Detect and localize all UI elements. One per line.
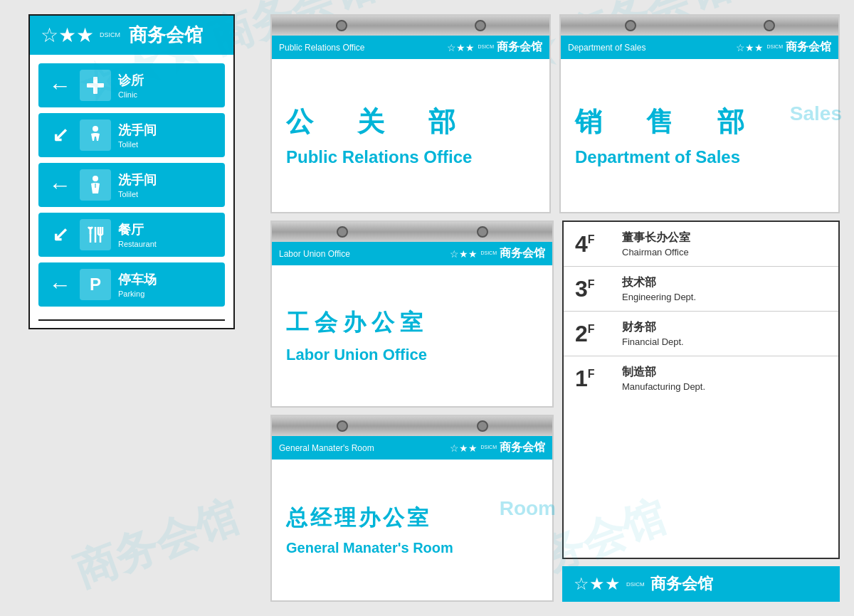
- floor-num-2f: 2F: [575, 321, 611, 347]
- arrow-left-icon: ←: [47, 74, 73, 97]
- arrow-diag-left-icon: ↙: [47, 125, 73, 145]
- dir-items-list: ← 诊所 Clinic ↙: [30, 55, 233, 315]
- toilet-male-en: Tolilet: [118, 140, 157, 149]
- gm-hotel-name: 商务会馆: [500, 440, 545, 455]
- labor-stars: ☆★★: [450, 248, 478, 260]
- floor-cn-1f: 制造部: [622, 365, 705, 380]
- pr-strip-label: Public Relations Office: [279, 43, 443, 53]
- clinic-cn: 诊所: [118, 72, 144, 89]
- pr-cn-text: 公 关 部: [286, 104, 464, 140]
- floor-info-3f: 技术部 Engineering Dept.: [622, 275, 696, 302]
- floor-en-4f: Chairman Office: [622, 247, 690, 257]
- labor-union-sign: Labor Union Office ☆★★ DSICM 商务会馆 工会办公室 …: [270, 221, 554, 408]
- sales-logo: ☆★★ DSICM 商务会馆: [736, 40, 831, 55]
- floor-en-1f: Manufacturing Dept.: [622, 381, 705, 392]
- bottom-left-signs: Labor Union Office ☆★★ DSICM 商务会馆 工会办公室 …: [270, 221, 554, 602]
- gm-cn-text: 总经理办公室: [286, 504, 431, 533]
- labor-en-text: Labor Union Office: [286, 346, 427, 364]
- arrow-left-2-icon: ←: [47, 174, 73, 196]
- hanging-rod-sales: [561, 16, 838, 36]
- hanging-rod-labor: [272, 222, 552, 242]
- dir-item-restaurant: ↙ 餐厅: [38, 213, 225, 257]
- directory-sign: ☆★★ DSICM 商务会馆 ← 诊所: [28, 14, 235, 329]
- right-panel: Public Relations Office ☆★★ DSICM 商务会馆 公…: [263, 0, 854, 616]
- female-toilet-icon: [80, 169, 111, 201]
- restaurant-label: 餐厅 Restaurant: [118, 221, 157, 248]
- footer-star-logo: ☆★★: [574, 574, 621, 594]
- clinic-en: Clinic: [118, 90, 144, 99]
- floor-en-3f: Engineering Dept.: [622, 292, 696, 302]
- floor-row-2f: 2F 财务部 Financial Dept.: [564, 312, 838, 356]
- parking-cn: 停车场: [118, 271, 157, 288]
- parking-icon: P: [80, 269, 111, 300]
- floor-num-4f: 4F: [575, 231, 611, 257]
- floor-info-2f: 财务部 Financial Dept.: [622, 320, 684, 347]
- floor-cn-3f: 技术部: [622, 275, 696, 290]
- hanging-rod-pr: [272, 16, 549, 36]
- parking-en: Parking: [118, 290, 157, 298]
- hotel-name-cn: 商务会馆: [129, 23, 203, 48]
- floor-row-3f: 3F 技术部 Engineering Dept.: [564, 267, 838, 312]
- public-relations-sign: Public Relations Office ☆★★ DSICM 商务会馆 公…: [270, 14, 551, 213]
- sales-dept-sign: Department of Sales ☆★★ DSICM 商务会馆 销 售 部…: [559, 14, 840, 213]
- toilet-male-cn: 洗手间: [118, 122, 157, 139]
- toilet-female-label: 洗手间 Tolilet: [118, 171, 157, 198]
- labor-top-strip: Labor Union Office ☆★★ DSICM 商务会馆: [272, 242, 552, 265]
- male-toilet-icon: [80, 120, 111, 151]
- restaurant-icon: [80, 219, 111, 250]
- floor-cn-2f: 财务部: [622, 320, 684, 335]
- labor-hotel-name: 商务会馆: [500, 246, 545, 261]
- sales-sign-body: 销 售 部 Department of Sales: [561, 59, 838, 212]
- sales-top-strip: Department of Sales ☆★★ DSICM 商务会馆: [561, 36, 838, 59]
- gm-top-strip: General Manater's Room ☆★★ DSICM 商务会馆: [272, 436, 552, 460]
- svg-rect-1: [87, 83, 104, 87]
- gm-en-text: General Manater's Room: [286, 540, 453, 556]
- left-panel: ☆★★ DSICM 商务会馆 ← 诊所: [0, 0, 263, 616]
- dir-item-toilet-female: ← 洗手间 Tolilet: [38, 163, 225, 207]
- pr-sign-body: 公 关 部 Public Relations Office: [272, 59, 549, 212]
- labor-cn-text: 工会办公室: [286, 307, 428, 339]
- floor-dir-footer: ☆★★ DSICM 商务会馆: [562, 566, 840, 602]
- sales-strip-label: Department of Sales: [568, 43, 732, 53]
- floor-row-1f: 1F 制造部 Manufacturing Dept.: [564, 356, 838, 400]
- dir-item-toilet-male: ↙ 洗手间 Tolilet: [38, 113, 225, 157]
- floor-cn-4f: 董事长办公室: [622, 230, 690, 245]
- footer-dsicm: DSICM: [626, 581, 645, 588]
- dsicm-abbr: DSICM: [100, 31, 120, 40]
- sales-en-text: Department of Sales: [575, 147, 740, 167]
- labor-dsicm: DSICM: [480, 250, 497, 256]
- floor-num-3f: 3F: [575, 276, 611, 302]
- dir-sign-header: ☆★★ DSICM 商务会馆: [30, 16, 233, 55]
- arrow-left-3-icon: ←: [47, 273, 73, 296]
- restaurant-cn: 餐厅: [118, 221, 157, 238]
- floor-directory: 4F 董事长办公室 Chairman Office 3F 技术部 Enginee…: [562, 221, 840, 602]
- clinic-label: 诊所 Clinic: [118, 72, 144, 99]
- floor-info-4f: 董事长办公室 Chairman Office: [622, 230, 690, 257]
- sales-dsicm: DSICM: [766, 44, 783, 50]
- star-logo: ☆★★: [41, 26, 94, 46]
- main-container: ☆★★ 商务会馆 ☆★★ 商务会馆 商务会馆 商务会馆 ☆★★ DSICM 商务…: [0, 0, 854, 616]
- bottom-row: Labor Union Office ☆★★ DSICM 商务会馆 工会办公室 …: [270, 221, 840, 602]
- general-manager-sign: General Manater's Room ☆★★ DSICM 商务会馆 总经…: [270, 415, 554, 602]
- top-signs-row: Public Relations Office ☆★★ DSICM 商务会馆 公…: [270, 14, 840, 213]
- dir-footer-divider: [38, 319, 225, 321]
- dir-item-parking: ← P 停车场 Parking: [38, 262, 225, 307]
- labor-sign-body: 工会办公室 Labor Union Office: [272, 265, 552, 406]
- hanging-rod-gm: [272, 416, 552, 436]
- restaurant-en: Restaurant: [118, 240, 157, 248]
- floor-num-1f: 1F: [575, 366, 611, 392]
- gm-sign-body: 总经理办公室 General Manater's Room: [272, 460, 552, 600]
- gm-logo: ☆★★ DSICM 商务会馆: [450, 440, 545, 455]
- clinic-icon: [80, 70, 111, 101]
- sales-stars: ☆★★: [736, 42, 764, 53]
- gm-strip-label: General Manater's Room: [279, 443, 446, 453]
- toilet-male-label: 洗手间 Tolilet: [118, 122, 157, 149]
- floor-info-1f: 制造部 Manufacturing Dept.: [622, 365, 705, 392]
- arrow-diag-left-2-icon: ↙: [47, 225, 73, 245]
- labor-strip-label: Labor Union Office: [279, 249, 446, 259]
- footer-hotel-name: 商务会馆: [650, 573, 713, 595]
- floor-dir-table: 4F 董事长办公室 Chairman Office 3F 技术部 Enginee…: [562, 221, 840, 559]
- dir-item-clinic: ← 诊所 Clinic: [38, 63, 225, 107]
- pr-logo: ☆★★ DSICM 商务会馆: [447, 40, 542, 55]
- sales-hotel-name: 商务会馆: [786, 40, 831, 55]
